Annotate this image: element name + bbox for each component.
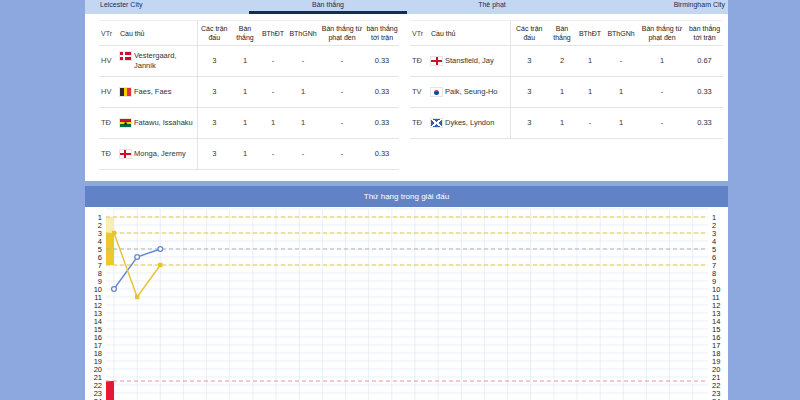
tab-bar: Leicester City Bàn thắng Thẻ phạt Birmin… bbox=[85, 0, 728, 14]
goals-per-match-cell: 0.33 bbox=[686, 77, 723, 108]
ranking-chart-card: Thứ hạng trong giải đấu 1122334455667788… bbox=[85, 186, 728, 400]
penalty-goals-cell: - bbox=[638, 108, 686, 139]
table-header-row: VTr Cầu thủ Các trận đấu Bàn thắng BThĐT… bbox=[99, 21, 399, 46]
england-flag-icon bbox=[431, 57, 442, 65]
tab-cards[interactable]: Thẻ phạt bbox=[437, 0, 547, 14]
player-cell: Vestergaard, Jannik bbox=[119, 46, 197, 77]
goals-cell: 1 bbox=[231, 46, 259, 77]
goals-per-match-cell: 0.33 bbox=[686, 108, 723, 139]
player-cell: Paik, Seung-Ho bbox=[430, 77, 510, 108]
penalty-goals-cell: - bbox=[319, 46, 365, 77]
table-header-row: VTr Cầu thủ Các trận đấu Bàn thắng BThĐT… bbox=[410, 21, 723, 46]
col-player: Cầu thủ bbox=[119, 21, 197, 46]
goals-cell: 1 bbox=[548, 108, 576, 139]
penalty-goals-cell: - bbox=[638, 77, 686, 108]
goals-cell: 1 bbox=[548, 77, 576, 108]
rank-chart: 1122334455667788991010111112121313141415… bbox=[85, 207, 728, 400]
col-goals-per-match: bàn thắng tới trận bbox=[686, 21, 723, 46]
bthdt-cell: 1 bbox=[576, 77, 604, 108]
tab-goals-label: Bàn thắng bbox=[249, 0, 407, 8]
goals-per-match-cell: 0.33 bbox=[365, 108, 399, 139]
tab-cards-label: Thẻ phạt bbox=[437, 0, 547, 8]
player-name: Vestergaard, Jannik bbox=[134, 51, 196, 71]
bthdt-cell: - bbox=[259, 46, 287, 77]
player-name: Stansfield, Jay bbox=[445, 56, 494, 66]
home-team-name: Leicester City bbox=[100, 1, 142, 8]
col-position: VTr bbox=[99, 21, 119, 46]
col-player: Cầu thủ bbox=[430, 21, 510, 46]
matches-cell: 3 bbox=[197, 139, 231, 170]
tab-goals[interactable]: Bàn thắng bbox=[249, 0, 407, 14]
chart-body: 1122334455667788991010111112121313141415… bbox=[85, 207, 728, 400]
position-cell: TĐ bbox=[99, 108, 119, 139]
penalty-goals-cell: - bbox=[319, 108, 365, 139]
match-stats-card: Leicester City Bàn thắng Thẻ phạt Birmin… bbox=[85, 0, 728, 181]
goals-per-match-cell: 0.67 bbox=[686, 46, 723, 77]
away-team-name: Birmingham City bbox=[674, 1, 725, 8]
player-name: Dykes, Lyndon bbox=[445, 118, 494, 128]
ghana-flag-icon bbox=[120, 119, 131, 127]
col-goals-per-match: bàn thắng tới trận bbox=[365, 21, 399, 46]
player-name: Paik, Seung-Ho bbox=[445, 87, 498, 97]
south-korea-flag-icon bbox=[431, 88, 442, 96]
bthdt-cell: - bbox=[259, 139, 287, 170]
player-row: TĐ Dykes, Lyndon 3 1 - 1 - 0.33 bbox=[410, 108, 723, 139]
goals-cell: 1 bbox=[231, 139, 259, 170]
home-team-table: VTr Cầu thủ Các trận đấu Bàn thắng BThĐT… bbox=[99, 20, 399, 170]
bthgnh-cell: - bbox=[287, 46, 319, 77]
col-goals: Bàn thắng bbox=[548, 21, 576, 46]
bthgnh-cell: 1 bbox=[287, 77, 319, 108]
col-penalty-goals: Bàn thắng từ phạt đền bbox=[638, 21, 686, 46]
bthgnh-cell: 1 bbox=[604, 108, 638, 139]
goals-per-match-cell: 0.33 bbox=[365, 139, 399, 170]
penalty-goals-cell: - bbox=[319, 139, 365, 170]
col-matches: Các trận đấu bbox=[197, 21, 231, 46]
belgium-flag-icon bbox=[120, 88, 131, 96]
chart-title: Thứ hạng trong giải đấu bbox=[364, 192, 449, 201]
player-row: TĐ Fatawu, Issahaku 3 1 1 1 - 0.33 bbox=[99, 108, 399, 139]
matches-cell: 3 bbox=[197, 108, 231, 139]
denmark-flag-icon bbox=[120, 52, 131, 60]
svg-text:24: 24 bbox=[94, 397, 102, 400]
player-row: TĐ Monga, Jeremy 3 1 - - - 0.33 bbox=[99, 139, 399, 170]
bthdt-cell: - bbox=[259, 77, 287, 108]
bthdt-cell: - bbox=[576, 108, 604, 139]
bthdt-cell: 1 bbox=[259, 108, 287, 139]
england-flag-icon bbox=[120, 150, 131, 158]
position-cell: HV bbox=[99, 77, 119, 108]
penalty-goals-cell: - bbox=[319, 77, 365, 108]
goals-cell: 1 bbox=[231, 77, 259, 108]
matches-cell: 3 bbox=[197, 46, 231, 77]
player-cell: Faes, Faes bbox=[119, 77, 197, 108]
col-bthdt: BThĐT bbox=[576, 21, 604, 46]
position-cell: TĐ bbox=[410, 46, 430, 77]
col-goals: Bàn thắng bbox=[231, 21, 259, 46]
goals-cell: 2 bbox=[548, 46, 576, 77]
matches-cell: 3 bbox=[510, 77, 548, 108]
player-cell: Monga, Jeremy bbox=[119, 139, 197, 170]
player-tables: VTr Cầu thủ Các trận đấu Bàn thắng BThĐT… bbox=[85, 14, 728, 181]
matches-cell: 3 bbox=[510, 108, 548, 139]
player-name: Fatawu, Issahaku bbox=[134, 118, 193, 128]
bthgnh-cell: 1 bbox=[604, 77, 638, 108]
col-bthgnh: BThGNh bbox=[604, 21, 638, 46]
goals-per-match-cell: 0.33 bbox=[365, 46, 399, 77]
svg-text:24: 24 bbox=[712, 397, 720, 400]
player-row: HV Faes, Faes 3 1 - 1 - 0.33 bbox=[99, 77, 399, 108]
matches-cell: 3 bbox=[510, 46, 548, 77]
player-cell: Stansfield, Jay bbox=[430, 46, 510, 77]
col-position: VTr bbox=[410, 21, 430, 46]
bthgnh-cell: - bbox=[287, 139, 319, 170]
bthgnh-cell: 1 bbox=[287, 108, 319, 139]
bthgnh-cell: - bbox=[604, 46, 638, 77]
player-row: TV Paik, Seung-Ho 3 1 1 1 - 0.33 bbox=[410, 77, 723, 108]
position-cell: HV bbox=[99, 46, 119, 77]
goals-per-match-cell: 0.33 bbox=[365, 77, 399, 108]
player-name: Faes, Faes bbox=[134, 87, 172, 97]
position-cell: TĐ bbox=[99, 139, 119, 170]
player-row: HV Vestergaard, Jannik 3 1 - - - 0.33 bbox=[99, 46, 399, 77]
col-bthgnh: BThGNh bbox=[287, 21, 319, 46]
col-bthdt: BThĐT bbox=[259, 21, 287, 46]
position-cell: TV bbox=[410, 77, 430, 108]
penalty-goals-cell: 1 bbox=[638, 46, 686, 77]
